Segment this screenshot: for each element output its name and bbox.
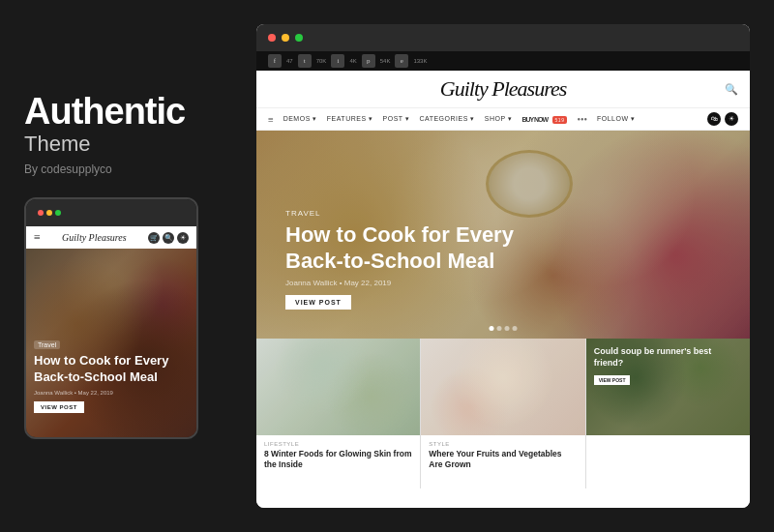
- mobile-hero-tag: Travel: [34, 340, 60, 349]
- hamburger-icon[interactable]: ≡: [268, 114, 274, 125]
- hero-content: Travel How to Cook for Every Back-to-Sch…: [285, 209, 527, 310]
- grid-card-3-view-post-button[interactable]: VIEW POST: [594, 375, 631, 385]
- mobile-maximize-dot[interactable]: [55, 210, 61, 216]
- nav-post[interactable]: POST ▾: [383, 115, 410, 123]
- nav-follow[interactable]: FOLLOW ▾: [597, 115, 636, 123]
- mobile-hero-title: How to Cook for Every Back-to-School Mea…: [34, 353, 189, 386]
- hero-dot-3[interactable]: [505, 326, 510, 331]
- hero-title: How to Cook for Every Back-to-School Mea…: [285, 222, 527, 274]
- logo-row: Guilty Pleasures 🔍: [256, 71, 750, 107]
- grid-card-2-overlay: [421, 339, 584, 435]
- desktop-mockup: f 47 t 70K i 4K p 54K e 133K Guilty Plea…: [256, 24, 750, 508]
- hero-dot-1[interactable]: [490, 326, 494, 331]
- hero-tag: Travel: [285, 209, 527, 218]
- grid-card-2-text: Style Where Your Fruits and Vegetables A…: [421, 435, 584, 476]
- grid-card-3-title: Could soup be runner's best friend?: [594, 346, 742, 369]
- mobile-minimize-dot[interactable]: [46, 210, 52, 216]
- grid-card-2-tag: Style: [429, 441, 577, 447]
- grid-card-2-title: Where Your Fruits and Vegetables Are Gro…: [429, 449, 577, 470]
- hero-dot-4[interactable]: [513, 326, 518, 331]
- social-icons-row: f 47 t 70K i 4K p 54K e 133K: [268, 54, 427, 68]
- grid-card-1-title: 8 Winter Foods for Glowing Skin from the…: [264, 449, 412, 470]
- grid-card-1-text: Lifestyle 8 Winter Foods for Glowing Ski…: [256, 435, 420, 476]
- desktop-hero: Travel How to Cook for Every Back-to-Sch…: [256, 131, 750, 339]
- mobile-search-icon[interactable]: 🔍: [163, 232, 174, 244]
- buy-now-badge: 519: [552, 116, 568, 124]
- hero-meta: Joanna Wallick • May 22, 2019: [285, 279, 527, 287]
- desktop-nav-bar: ≡ DEMOS ▾ FEATURES ▾ POST ▾ CATEGORIES ▾…: [256, 107, 750, 131]
- desktop-grid-section: Lifestyle 8 Winter Foods for Glowing Ski…: [256, 339, 750, 488]
- nav-buy-now[interactable]: BUY NOW 519: [521, 116, 567, 123]
- mobile-close-dot[interactable]: [38, 210, 44, 216]
- grid-card-1: Lifestyle 8 Winter Foods for Glowing Ski…: [256, 339, 420, 488]
- desktop-top-bar: [256, 24, 750, 51]
- nav-bag-icon[interactable]: 🛍: [707, 112, 721, 126]
- mobile-hero-section: Travel How to Cook for Every Back-to-Sch…: [26, 249, 196, 437]
- grid-card-3-content: Could soup be runner's best friend? VIEW…: [594, 346, 742, 386]
- mobile-cart-icon[interactable]: 🛒: [148, 232, 160, 244]
- mobile-top-bar: [26, 199, 196, 226]
- nav-user-icon[interactable]: ☀: [725, 112, 738, 126]
- mobile-view-post-button[interactable]: VIEW POST: [34, 401, 84, 413]
- grid-card-3: Could soup be runner's best friend? VIEW…: [586, 339, 750, 488]
- mobile-hamburger-icon[interactable]: ≡: [34, 230, 41, 245]
- mobile-traffic-lights: [38, 210, 61, 216]
- nav-categories[interactable]: CATEGORIES ▾: [419, 115, 474, 123]
- pinterest-icon[interactable]: p: [362, 54, 375, 68]
- mobile-nav-icons: 🛒 🔍 ☀: [148, 232, 189, 244]
- nav-features[interactable]: FEATURES ▾: [327, 115, 373, 123]
- nav-shop[interactable]: SHOP ▾: [485, 115, 513, 123]
- social-bar: f 47 t 70K i 4K p 54K e 133K: [256, 51, 750, 71]
- desktop-close-dot[interactable]: [268, 34, 276, 42]
- mobile-logo: Guilty Pleasures: [62, 232, 127, 243]
- grid-card-1-overlay: [256, 339, 420, 435]
- desktop-content: f 47 t 70K i 4K p 54K e 133K Guilty Plea…: [256, 51, 750, 508]
- twitter-icon[interactable]: t: [298, 54, 312, 68]
- brand-name: Authentic Theme By codesupplyco: [24, 93, 227, 176]
- grid-card-2: Style Where Your Fruits and Vegetables A…: [421, 339, 584, 488]
- mobile-mockup: ≡ Guilty Pleasures 🛒 🔍 ☀ Travel How to C…: [24, 197, 198, 439]
- search-icon[interactable]: 🔍: [725, 83, 738, 96]
- mobile-hero-author: Joanna Wallick • May 22, 2019: [34, 390, 189, 396]
- grid-card-1-tag: Lifestyle: [264, 441, 412, 447]
- left-panel: Authentic Theme By codesupplyco ≡ Guilty…: [24, 93, 227, 439]
- desktop-maximize-dot[interactable]: [295, 34, 303, 42]
- hero-view-post-button[interactable]: VIEW POST: [285, 295, 351, 310]
- nav-more-dots[interactable]: •••: [577, 114, 587, 125]
- mobile-nav-bar: ≡ Guilty Pleasures 🛒 🔍 ☀: [26, 226, 196, 249]
- mobile-user-icon[interactable]: ☀: [177, 232, 189, 244]
- mobile-hero-content: Travel How to Cook for Every Back-to-Sch…: [34, 334, 189, 413]
- facebook-icon[interactable]: f: [268, 54, 282, 68]
- hero-dot-2[interactable]: [497, 326, 502, 331]
- nav-demos[interactable]: DEMOS ▾: [283, 115, 317, 123]
- instagram-icon[interactable]: i: [331, 54, 344, 68]
- hero-dots-indicator: [490, 326, 518, 331]
- site-logo: Guilty Pleasures: [440, 76, 566, 102]
- desktop-minimize-dot[interactable]: [282, 34, 289, 42]
- nav-icons-right: 🛍 ☀: [707, 112, 738, 126]
- email-icon[interactable]: e: [395, 54, 408, 68]
